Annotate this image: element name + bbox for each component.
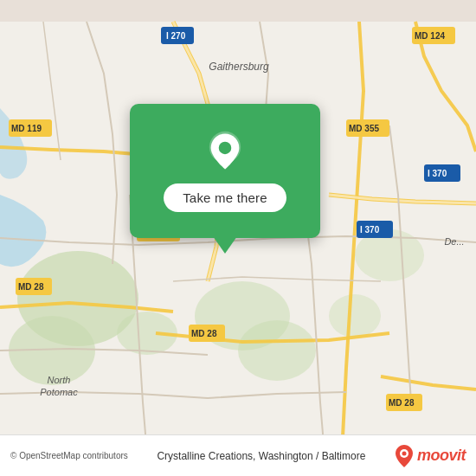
svg-text:De...: De... <box>444 236 464 247</box>
svg-text:I 370: I 370 <box>360 225 380 235</box>
svg-text:MD 119: MD 119 <box>11 124 42 133</box>
svg-text:MD 124: MD 124 <box>415 31 445 41</box>
take-me-there-button[interactable]: Take me there <box>164 183 286 212</box>
svg-text:Potomac: Potomac <box>40 387 78 397</box>
svg-text:North: North <box>48 375 71 385</box>
map-background: I 270 MD 124 MD 119 MD 355 I 370 I 370 M… <box>0 0 476 476</box>
svg-text:I 270: I 270 <box>166 31 186 41</box>
location-label: Crystalline Creations, Washington / Balt… <box>128 450 395 462</box>
svg-text:MD 28: MD 28 <box>18 282 44 292</box>
moovit-logo-pin <box>395 444 414 468</box>
svg-point-4 <box>238 320 316 381</box>
moovit-logo: moovit <box>395 444 466 468</box>
svg-text:MD 28: MD 28 <box>191 329 217 338</box>
svg-point-7 <box>329 294 381 338</box>
location-pin-icon <box>203 130 247 173</box>
svg-text:MD 28: MD 28 <box>389 398 415 408</box>
copyright-text: © OpenStreetMap contributors <box>10 451 128 460</box>
moovit-wordmark: moovit <box>417 447 466 465</box>
svg-text:MD 355: MD 355 <box>349 124 379 133</box>
svg-text:I 370: I 370 <box>428 169 447 178</box>
svg-point-33 <box>219 142 232 155</box>
popup-card: Take me there <box>130 104 320 238</box>
bottom-bar: © OpenStreetMap contributors Crystalline… <box>0 434 476 476</box>
svg-point-35 <box>402 451 406 455</box>
svg-text:Gaithersburg: Gaithersburg <box>209 61 269 73</box>
map-container: I 270 MD 124 MD 119 MD 355 I 370 I 370 M… <box>0 0 476 476</box>
